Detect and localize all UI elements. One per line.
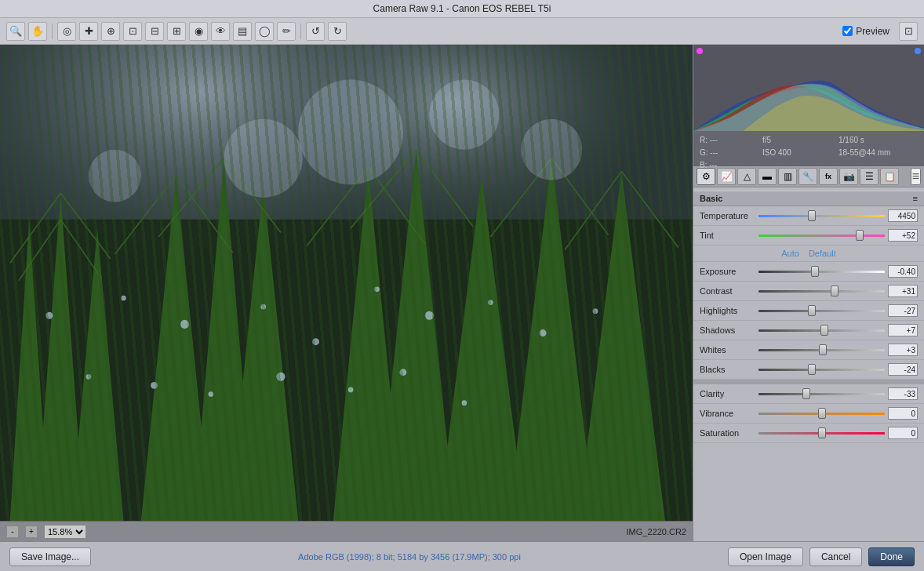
svg-point-52 [298,80,403,185]
cancel-button[interactable]: Cancel [809,547,862,566]
svg-marker-10 [71,228,124,521]
white-balance-tool[interactable]: ◎ [57,22,76,41]
done-button[interactable]: Done [868,547,915,566]
contrast-value[interactable]: +31 [888,285,918,297]
highlights-thumb[interactable] [808,305,816,316]
svg-marker-14 [333,167,403,521]
temperature-value[interactable]: 4450 [888,209,918,222]
rotate-ccw-button[interactable]: ↺ [306,22,325,41]
tint-value[interactable]: +52 [888,229,918,242]
svg-point-56 [89,150,141,202]
vibrance-value[interactable]: 0 [888,407,918,420]
svg-marker-4 [53,307,79,521]
exposure-value[interactable]: -0.40 [888,265,918,278]
adjustment-brush-tool[interactable]: ✏ [277,22,296,41]
svg-line-24 [176,176,232,253]
blacks-row: Blacks -24 [693,360,924,380]
svg-point-40 [374,287,380,293]
tint-thumb[interactable] [856,230,864,241]
basic-section-title: Basic [700,194,722,203]
blacks-value[interactable]: -24 [888,363,918,376]
tint-slider-wrap [758,228,885,242]
rgb-g: G: --- [700,147,747,159]
svg-marker-8 [10,220,49,521]
svg-point-53 [224,119,303,198]
svg-point-43 [540,329,547,336]
preview-area: Preview ⊡ [842,22,918,41]
vibrance-row: Vibrance 0 [693,404,924,424]
auto-default-row: Auto Default [693,245,924,262]
shadows-value[interactable]: +7 [888,324,918,336]
clarity-thumb[interactable] [802,388,810,399]
saturation-row: Saturation 0 [693,424,924,443]
whites-slider-wrap [758,343,885,357]
saturation-value[interactable]: 0 [888,427,918,439]
straighten-tool[interactable]: ⊟ [145,22,164,41]
clipping-right-indicator[interactable] [915,48,921,54]
save-image-button[interactable]: Save Image... [9,547,91,566]
blacks-thumb[interactable] [808,364,816,375]
svg-point-44 [593,308,598,314]
svg-line-26 [224,158,281,233]
svg-rect-2 [0,45,693,521]
highlights-label: Highlights [700,306,758,315]
whites-row: Whites +3 [693,340,924,360]
exposure-label: Exposure [700,267,758,276]
temperature-row: Temperature 4450 [693,206,924,226]
exposure-row: Exposure -0.40 [693,262,924,282]
contrast-thumb[interactable] [831,286,839,296]
basic-section-header: Basic ≡ [693,191,924,206]
hand-tool[interactable]: ✋ [28,22,47,41]
contrast-slider-wrap [758,284,885,298]
saturation-thumb[interactable] [818,427,826,438]
svg-rect-0 [0,45,693,521]
contrast-track [758,290,885,293]
zoom-tool[interactable]: 🔍 [6,22,25,41]
zoom-select[interactable]: 15.8% 25% 50% 100% [44,525,86,539]
blacks-track [758,369,885,371]
tint-row: Tint +52 [693,226,924,245]
svg-point-39 [312,338,319,345]
highlights-value[interactable]: -27 [888,304,918,317]
rotate-cw-button[interactable]: ↻ [328,22,347,41]
highlights-track [758,310,885,312]
color-sampler-tool[interactable]: ✚ [79,22,98,41]
shadows-thumb[interactable] [820,325,828,336]
vibrance-thumb[interactable] [818,408,826,419]
svg-marker-15 [377,150,455,521]
spot-removal-tool[interactable]: ◉ [189,22,208,41]
exposure-track [758,271,885,273]
radial-filter-tool[interactable]: ◯ [255,22,274,41]
right-panel: R: --- G: --- B: --- f/5 ISO 400 1/160 s… [693,45,924,541]
histogram: R: --- G: --- B: --- f/5 ISO 400 1/160 s… [693,45,924,166]
fullscreen-button[interactable]: ⊡ [899,22,918,41]
temperature-thumb[interactable] [808,210,816,221]
svg-point-37 [180,320,189,329]
zoom-minus-button[interactable]: - [6,526,19,538]
auto-button[interactable]: Auto [781,249,799,258]
transform-tool[interactable]: ⊞ [167,22,186,41]
clipping-left-indicator[interactable] [697,48,703,54]
action-buttons: Open Image Cancel Done [728,547,915,566]
preview-checkbox[interactable] [842,26,853,36]
default-button[interactable]: Default [809,249,836,258]
svg-marker-18 [578,171,665,521]
zoom-plus-button[interactable]: + [25,526,38,538]
app-title: Camera Raw 9.1 - Canon EOS REBEL T5i [373,3,551,14]
open-image-button[interactable]: Open Image [728,547,803,566]
color-info-link[interactable]: Adobe RGB (1998); 8 bit; 5184 by 3456 (1… [298,552,521,562]
exposure-thumb[interactable] [811,266,819,277]
shadows-row: Shadows +7 [693,321,924,340]
clarity-row: Clarity -33 [693,384,924,404]
graduated-filter-tool[interactable]: ▤ [233,22,252,41]
svg-point-35 [45,312,53,319]
clarity-value[interactable]: -33 [888,387,918,400]
crop-tool[interactable]: ⊡ [123,22,142,41]
whites-thumb[interactable] [819,344,827,355]
lens-value: 18-55@44 mm [839,147,918,159]
red-eye-tool[interactable]: 👁 [211,22,230,41]
targeted-adjustment-tool[interactable]: ⊕ [101,22,120,41]
svg-point-38 [260,304,266,310]
whites-value[interactable]: +3 [888,344,918,356]
clarity-label: Clarity [700,389,758,398]
